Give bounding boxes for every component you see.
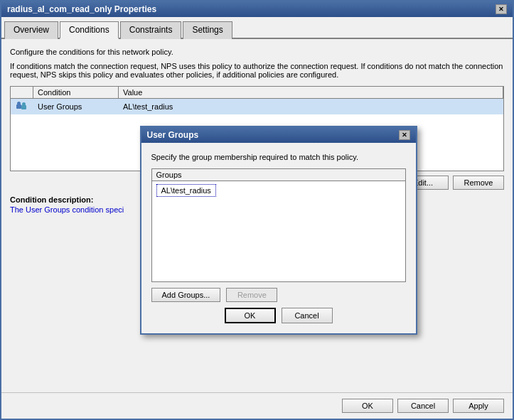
dialog-description: Specify the group membership required to… [151, 153, 406, 161]
dialog-body: Specify the group membership required to… [141, 143, 416, 333]
close-button[interactable]: ✕ [496, 4, 507, 14]
dialog-remove-button[interactable]: Remove [226, 288, 277, 302]
cancel-button[interactable]: Cancel [397, 399, 449, 413]
dialog-cancel-button[interactable]: Cancel [282, 308, 333, 323]
groups-header: Groups [152, 169, 405, 181]
apply-button[interactable]: Apply [453, 399, 504, 413]
footer: OK Cancel Apply [1, 392, 513, 419]
dialog-close-button[interactable]: ✕ [399, 130, 410, 140]
groups-listbox[interactable]: Groups AL\test_radius [151, 168, 406, 282]
dialog-ok-cancel: OK Cancel [151, 308, 406, 323]
dialog-overlay: User Groups ✕ Specify the group membersh… [1, 39, 513, 392]
title-bar-buttons: ✕ [496, 4, 507, 14]
dialog-action-buttons: Add Groups... Remove [151, 288, 406, 302]
group-entry: AL\test_radius [156, 184, 216, 197]
tab-conditions[interactable]: Conditions [60, 21, 119, 39]
tab-overview[interactable]: Overview [4, 21, 58, 39]
tab-settings[interactable]: Settings [183, 21, 232, 39]
ok-button[interactable]: OK [342, 399, 393, 413]
dialog-title: User Groups [147, 130, 199, 140]
title-bar: radius_al_com_read_only Properties ✕ [1, 1, 513, 17]
window-title: radius_al_com_read_only Properties [7, 4, 156, 14]
dialog-ok-button[interactable]: OK [225, 308, 276, 323]
user-groups-dialog: User Groups ✕ Specify the group membersh… [140, 126, 417, 335]
main-window: radius_al_com_read_only Properties ✕ Ove… [0, 0, 514, 420]
tab-content: Configure the conditions for this networ… [1, 39, 513, 392]
groups-item[interactable]: AL\test_radius [152, 181, 405, 200]
add-groups-button[interactable]: Add Groups... [151, 288, 221, 302]
dialog-title-bar: User Groups ✕ [141, 127, 416, 143]
tab-bar: Overview Conditions Constraints Settings [1, 17, 513, 39]
tab-constraints[interactable]: Constraints [120, 21, 182, 39]
